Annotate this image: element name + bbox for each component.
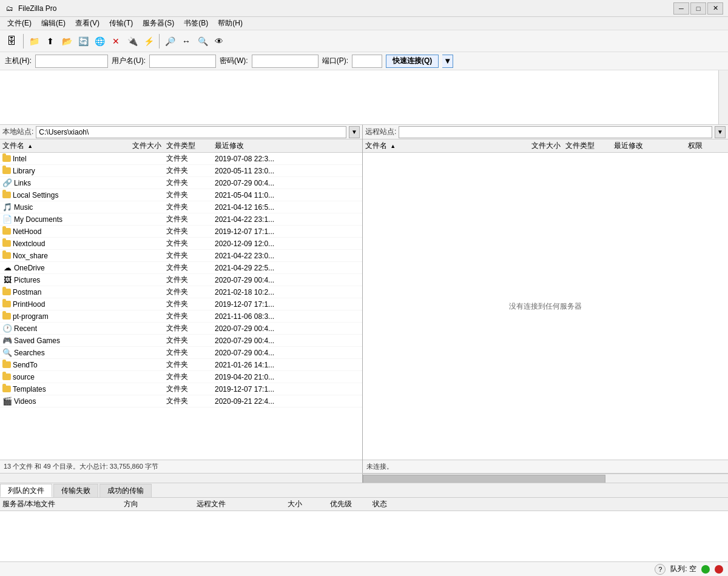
local-col-size-header[interactable]: 文件大小 [121,141,164,151]
minimize-button[interactable]: ─ [673,2,689,15]
local-col-modified-header[interactable]: 最近修改 [212,141,362,151]
queue-col-status-header[interactable]: 状态 [370,499,728,509]
port-label: 端口(P): [322,56,348,66]
file-modified-cell: 2021-04-12 16:5... [212,203,362,212]
remote-status-text: 未连接。 [366,462,393,471]
local-col-name-header[interactable]: 文件名 ▲ [0,141,121,151]
local-file-row[interactable]: Intel 文件夹 2019-07-08 22:3... [0,153,362,165]
file-type-cell: 文件夹 [164,226,212,236]
file-modified-cell: 2020-09-21 22:4... [212,397,362,406]
close-button[interactable]: ✕ [707,2,723,15]
local-file-row[interactable]: 📄 My Documents 文件夹 2021-04-22 23:1... [0,213,362,226]
host-input[interactable] [35,55,108,68]
queue-file-list: 服务器/本地文件 方向 远程文件 大小 优先级 状态 [0,498,728,561]
toolbar-toggle-btn[interactable]: ↔ [178,33,194,49]
remote-col-type-header[interactable]: 文件类型 [563,141,612,151]
local-file-row[interactable]: PrintHood 文件夹 2019-12-07 17:1... [0,298,362,310]
queue-col-remote-header[interactable]: 远程文件 [194,499,285,509]
menu-item-e[interactable]: 编辑(E) [36,17,70,30]
remote-col-modified-header[interactable]: 最近修改 [612,141,686,151]
local-file-row[interactable]: NetHood 文件夹 2019-12-07 17:1... [0,226,362,238]
menu-item-t[interactable]: 传输(T) [104,17,138,30]
remote-path-input[interactable] [399,126,712,138]
local-file-row[interactable]: 🖼 Pictures 文件夹 2020-07-29 00:4... [0,274,362,286]
local-file-row[interactable]: source 文件夹 2019-04-20 21:0... [0,371,362,383]
remote-sort-arrow: ▲ [390,143,396,149]
toolbar-local-mkdir-btn[interactable]: 📂 [59,33,75,49]
local-file-row[interactable]: 🔗 Links 文件夹 2020-07-29 00:4... [0,177,362,189]
folder-icon [2,228,11,235]
local-file-row[interactable]: SendTo 文件夹 2021-01-26 14:1... [0,359,362,371]
local-file-row[interactable]: 🎮 Saved Games 文件夹 2020-07-29 00:4... [0,335,362,347]
queue-col-priority-header[interactable]: 优先级 [328,499,370,509]
local-path-input[interactable] [36,126,346,138]
local-file-row[interactable]: pt-program 文件夹 2021-11-06 08:3... [0,310,362,323]
menu-item-v[interactable]: 查看(V) [70,17,104,30]
quickconnect-dropdown-button[interactable]: ▼ [442,55,453,68]
local-file-row[interactable]: 🎵 Music 文件夹 2021-04-12 16:5... [0,201,362,213]
local-file-row[interactable]: Nox_share 文件夹 2021-04-22 23:0... [0,250,362,262]
file-name-cell: Intel [0,155,121,163]
local-file-row[interactable]: ☁ OneDrive 文件夹 2021-04-29 22:5... [0,262,362,274]
local-hscrollbar-spacer [0,474,363,483]
queue-tab-成功的传输[interactable]: 成功的传输 [99,484,152,497]
queue-col-dir-header[interactable]: 方向 [121,499,194,509]
toolbar-search-btn[interactable]: 🔍 [195,33,211,49]
remote-col-perm-header[interactable]: 权限 [686,141,728,151]
quickconnect-button[interactable]: 快速连接(Q) [386,55,439,68]
file-modified-cell: 2019-07-08 22:3... [212,155,362,163]
local-file-row[interactable]: Local Settings 文件夹 2021-05-04 11:0... [0,189,362,201]
queue-tab-传输失败[interactable]: 传输失败 [53,484,98,497]
queue-tab-列队的文件[interactable]: 列队的文件 [0,484,52,497]
remote-file-list: 没有连接到任何服务器 [363,153,728,460]
local-file-row[interactable]: 🕐 Recent 文件夹 2020-07-29 00:4... [0,323,362,335]
file-type-cell: 文件夹 [164,384,212,394]
toolbar-remote-root-btn[interactable]: 🌐 [92,33,107,49]
remote-col-size-header[interactable]: 文件大小 [514,141,563,151]
user-input[interactable] [149,55,216,68]
local-file-row[interactable]: Library 文件夹 2020-05-11 23:0... [0,165,362,177]
port-input[interactable] [352,55,382,68]
local-file-row[interactable]: Postman 文件夹 2021-02-18 10:2... [0,286,362,298]
toolbar-local-root-btn[interactable]: 📁 [26,33,42,49]
toolbar-refresh-btn[interactable]: 🔄 [75,33,91,49]
maximize-button[interactable]: □ [690,2,706,15]
local-file-row[interactable]: Nextcloud 文件夹 2020-12-09 12:0... [0,238,362,250]
toolbar-connect-btn[interactable]: ⚡ [141,33,157,49]
toolbar-filter-btn[interactable]: 🔎 [162,33,178,49]
log-scrollbar[interactable] [718,70,728,124]
help-icon[interactable]: ? [655,564,666,575]
quickconnect-bar: 主机(H): 用户名(U): 密码(W): 端口(P): 快速连接(Q) ▼ [0,52,728,70]
menu-item-b[interactable]: 书签(B) [179,17,213,30]
local-file-row[interactable]: 🔍 Searches 文件夹 2020-07-29 00:4... [0,347,362,359]
queue-col-server-header[interactable]: 服务器/本地文件 [0,499,121,509]
toolbar-sites-btn[interactable]: 🗄 [2,32,21,50]
file-type-cell: 文件夹 [164,360,212,370]
queue-col-size-header[interactable]: 大小 [285,499,328,509]
folder-icon: ☁ [2,263,12,273]
local-file-list[interactable]: Intel 文件夹 2019-07-08 22:3... Library 文件夹… [0,153,362,460]
toolbar-compare-btn[interactable]: 👁 [211,33,227,49]
file-name-cell: Local Settings [0,191,121,199]
file-type-cell: 文件夹 [164,153,212,164]
toolbar-local-up-btn[interactable]: ⬆ [42,33,58,49]
folder-icon: 📄 [2,215,12,224]
remote-col-name-header[interactable]: 文件名 ▲ [363,141,514,151]
host-label: 主机(H): [5,56,32,66]
toolbar-cancel-btn[interactable]: ✕ [108,33,124,49]
remote-hscrollbar[interactable] [363,474,728,483]
menu-item-h[interactable]: 帮助(H) [213,17,248,30]
menu-item-e[interactable]: 文件(E) [2,17,36,30]
local-file-row[interactable]: 🎬 Videos 文件夹 2020-09-21 22:4... [0,395,362,407]
toolbar-disconnect-btn[interactable]: 🔌 [124,33,140,49]
menu-item-s[interactable]: 服务器(S) [138,17,179,30]
led-red [715,565,723,574]
file-modified-cell: 2020-07-29 00:4... [212,324,362,333]
local-col-type-header[interactable]: 文件类型 [164,141,212,151]
folder-icon: 🎬 [2,397,12,406]
file-type-cell: 文件夹 [164,263,212,273]
pass-input[interactable] [252,55,318,68]
local-file-row[interactable]: Templates 文件夹 2019-12-07 17:1... [0,383,362,395]
local-path-dropdown-button[interactable]: ▼ [349,126,360,138]
remote-path-dropdown-button[interactable]: ▼ [715,126,726,138]
